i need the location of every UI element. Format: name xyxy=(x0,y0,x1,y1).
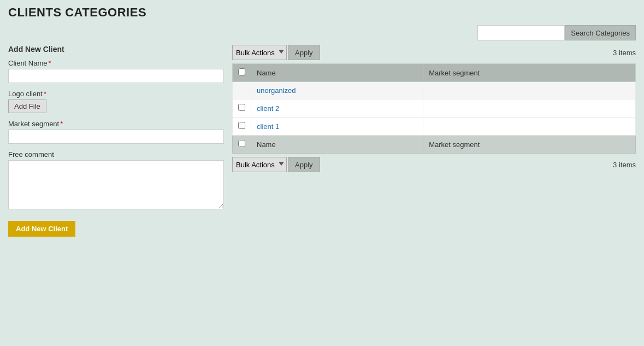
toolbar-bottom-left: Bulk Actions Apply xyxy=(232,157,320,172)
logo-client-group: Logo client* Add File xyxy=(8,90,224,113)
required-star: * xyxy=(49,59,51,67)
required-star-logo: * xyxy=(44,90,46,98)
add-file-button[interactable]: Add File xyxy=(8,99,46,113)
search-button[interactable]: Search Categories xyxy=(565,25,636,40)
items-count-bottom: 3 items xyxy=(613,161,636,169)
select-all-checkbox[interactable] xyxy=(238,68,245,75)
table-row: unorganized xyxy=(233,82,636,99)
row-name-link[interactable]: unorganized xyxy=(257,86,296,95)
search-bar: Search Categories xyxy=(8,25,636,40)
table-header-row: Name Market segment xyxy=(233,64,636,82)
toolbar-left: Bulk Actions Apply xyxy=(232,45,320,60)
header-name-col: Name xyxy=(251,64,423,82)
header-market-segment-col: Market segment xyxy=(423,64,636,82)
row-checkbox[interactable] xyxy=(238,104,245,111)
row-checkbox-cell xyxy=(233,99,251,118)
logo-client-label: Logo client* xyxy=(8,90,224,98)
row-name-cell: client 2 xyxy=(251,99,423,118)
free-comment-label: Free comment xyxy=(8,150,224,159)
market-segment-label: Market segment* xyxy=(8,120,224,128)
table-row: client 2 xyxy=(233,99,636,118)
footer-name-col: Name xyxy=(251,136,423,154)
client-name-label: Client Name* xyxy=(8,59,224,67)
row-checkbox-cell xyxy=(233,82,251,99)
bulk-actions-select-bottom[interactable]: Bulk Actions xyxy=(232,157,287,172)
client-name-group: Client Name* xyxy=(8,59,224,83)
row-name-cell: unorganized xyxy=(251,82,423,99)
market-segment-input[interactable] xyxy=(8,130,224,144)
row-market-segment-cell xyxy=(423,82,636,99)
free-comment-group: Free comment xyxy=(8,150,224,211)
footer-select-all-checkbox[interactable] xyxy=(238,140,245,147)
row-market-segment-cell xyxy=(423,99,636,118)
header-checkbox-cell xyxy=(233,64,251,82)
row-name-cell: client 1 xyxy=(251,118,423,136)
categories-table: Name Market segment unorganized xyxy=(232,63,636,154)
footer-market-segment-col: Market segment xyxy=(423,136,636,154)
free-comment-textarea[interactable] xyxy=(8,160,224,209)
page-title: CLIENTS CATEGORIES xyxy=(8,5,636,20)
bottom-toolbar: Bulk Actions Apply 3 items xyxy=(232,157,636,172)
search-input[interactable] xyxy=(477,25,565,40)
row-checkbox[interactable] xyxy=(238,122,245,129)
items-count-top: 3 items xyxy=(613,49,636,57)
add-new-client-button[interactable]: Add New Client xyxy=(8,221,75,237)
row-market-segment-cell xyxy=(423,118,636,136)
footer-checkbox-cell xyxy=(233,136,251,154)
row-name-link[interactable]: client 2 xyxy=(257,104,279,113)
apply-button-bottom[interactable]: Apply xyxy=(288,157,320,172)
apply-button-top[interactable]: Apply xyxy=(288,45,320,60)
form-title: Add New Client xyxy=(8,45,224,54)
categories-table-panel: Bulk Actions Apply 3 items Name Market s… xyxy=(232,45,636,237)
top-toolbar: Bulk Actions Apply 3 items xyxy=(232,45,636,60)
required-star-market: * xyxy=(60,120,63,128)
bulk-actions-select-top[interactable]: Bulk Actions xyxy=(232,45,287,60)
add-client-form: Add New Client Client Name* Logo client*… xyxy=(8,45,224,237)
table-footer-row: Name Market segment xyxy=(233,136,636,154)
row-checkbox-cell xyxy=(233,118,251,136)
client-name-input[interactable] xyxy=(8,69,224,83)
market-segment-group: Market segment* xyxy=(8,120,224,144)
table-row: client 1 xyxy=(233,118,636,136)
row-name-link[interactable]: client 1 xyxy=(257,122,279,131)
